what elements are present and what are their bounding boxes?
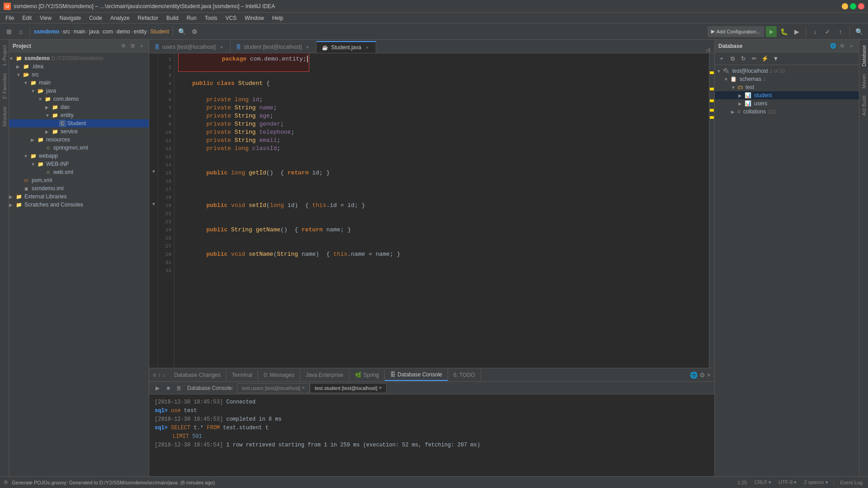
db-refresh-btn[interactable]: ↻ (738, 54, 748, 64)
tree-item-resources[interactable]: ▶ 📁 resources (9, 136, 149, 144)
bottom-tool-icon-2[interactable]: ↑ (158, 372, 160, 378)
tab-database-changes[interactable]: Database Changes (169, 369, 226, 381)
tree-item-iml[interactable]: ◼ ssmdemo.iml (9, 184, 149, 192)
db-tree-table-student[interactable]: ▶ 📊 student (715, 91, 859, 99)
tab-terminal[interactable]: Terminal (226, 369, 258, 381)
console-stop-btn[interactable]: ■ (164, 384, 173, 393)
menu-code[interactable]: Code (85, 14, 106, 22)
menu-tools[interactable]: Tools (201, 14, 221, 22)
console-run-btn[interactable]: ▶ (153, 384, 162, 393)
breadcrumb-project[interactable]: ssmdemo (34, 28, 59, 35)
side-tab-ant-build[interactable]: Ant Build (860, 92, 868, 119)
db-filter-btn[interactable]: ▼ (771, 54, 781, 64)
tab-student-java[interactable]: ☕ Student.java × (316, 41, 376, 53)
db-add-btn[interactable]: + (717, 54, 726, 64)
event-log-button[interactable]: Event Log (838, 480, 864, 485)
breadcrumb-com[interactable]: com (103, 28, 113, 35)
vcs-update-btn[interactable]: ↓ (810, 26, 821, 37)
tab-close-users[interactable]: × (218, 44, 225, 50)
tree-item-pom[interactable]: m pom.xml (9, 176, 149, 184)
toolbar-settings-btn[interactable]: ⚙ (189, 26, 200, 37)
db-copy-btn[interactable]: ⧉ (727, 54, 737, 64)
project-panel-close[interactable]: × (138, 42, 145, 50)
add-configuration-button[interactable]: ▶ Add Configuration... (708, 26, 764, 37)
maximize-button[interactable]: □ (850, 3, 856, 9)
breadcrumb-demo[interactable]: demo (117, 28, 130, 35)
bottom-panel-close-btn[interactable]: × (707, 371, 711, 379)
db-tree-schema-test[interactable]: ▼ 🗃 test (715, 83, 859, 91)
code-content[interactable]: package com.demo.entity; public class St… (175, 53, 709, 368)
tree-item-src[interactable]: ▼ 📂 src (9, 70, 149, 79)
side-tab-favorites[interactable]: 2: Favorites (1, 70, 8, 103)
close-button[interactable]: × (858, 3, 864, 9)
run-with-coverage-btn[interactable]: ▶ (791, 26, 802, 37)
session-tab-student[interactable]: test.student [test@localhost] × (310, 383, 387, 393)
tree-item-webapp[interactable]: ▼ 📁 webapp (9, 152, 149, 160)
tab-db-console[interactable]: 🗄 Database Console (385, 369, 448, 381)
db-tree-schemas[interactable]: ▼ 📋 schemas 1 (715, 75, 859, 83)
side-tab-maven[interactable]: Maven (860, 70, 868, 92)
run-button[interactable]: ▶ (766, 26, 777, 37)
gutter-arrow-15[interactable]: ▼ (149, 167, 158, 175)
session-tab-users[interactable]: test.users [test@localhost] × (237, 383, 310, 393)
tab-users[interactable]: 🗄 users [test@localhost] × (149, 41, 231, 53)
project-panel-settings[interactable]: ⊞ (129, 42, 136, 50)
tree-item-ext-libs[interactable]: ▶ 📁 External Libraries (9, 192, 149, 201)
menu-help[interactable]: Help (269, 14, 287, 22)
tab-spring[interactable]: 🌿 Spring (349, 369, 385, 381)
db-close-btn[interactable]: × (847, 42, 855, 50)
tab-todo[interactable]: 6: TODO (448, 369, 481, 381)
breadcrumb-java[interactable]: java (89, 28, 99, 35)
minimize-button[interactable]: – (842, 3, 848, 9)
vcs-commit-btn[interactable]: ✓ (822, 26, 833, 37)
tree-item-service[interactable]: ▶ 📁 service (9, 127, 149, 136)
menu-edit[interactable]: Edit (19, 14, 35, 22)
side-tab-structure[interactable]: Structure (1, 103, 8, 131)
status-position[interactable]: 1:25 (736, 480, 749, 485)
db-gear-btn[interactable]: ⚙ (838, 42, 846, 50)
tree-item-dao[interactable]: ▶ 📁 dao (9, 103, 149, 111)
global-search-btn[interactable]: 🔍 (854, 26, 864, 37)
tree-item-ssmdemo[interactable]: ▼ 📁 ssmdemo D:/Y2/SSM/ssmdemo (9, 54, 149, 62)
db-tree-table-users[interactable]: ▶ 📊 users (715, 99, 859, 108)
tree-item-scratches[interactable]: ▶ 📁 Scratches and Consoles (9, 201, 149, 209)
tab-java-enterprise[interactable]: Java Enterprise (300, 369, 349, 381)
toolbar-layout-btn[interactable]: ⊞ (4, 26, 14, 37)
db-edit-btn[interactable]: ✏ (749, 54, 759, 64)
tab-student-db[interactable]: 🗄 student [test@localhost] × (231, 41, 316, 53)
menu-view[interactable]: View (36, 14, 55, 22)
menu-refactor[interactable]: Refactor (134, 14, 162, 22)
menu-analyze[interactable]: Analyze (107, 14, 133, 22)
tree-item-springmvc[interactable]: ⚙ springmvc.xml (9, 144, 149, 152)
menu-file[interactable]: File (2, 14, 18, 22)
tree-item-com-demo[interactable]: ▼ 📁 com.demo (9, 95, 149, 103)
tab-close-student-db[interactable]: × (304, 44, 311, 50)
bottom-tool-icon-1[interactable]: ≡ (153, 372, 156, 378)
tree-item-main[interactable]: ▼ 📁 main (9, 79, 149, 87)
vcs-push-btn[interactable]: ↑ (835, 26, 846, 37)
bottom-tool-icon-3[interactable]: ↓ (162, 372, 165, 378)
menu-run[interactable]: Run (183, 14, 200, 22)
status-line-ending[interactable]: CRLF ▾ (752, 479, 773, 485)
tree-item-webxml[interactable]: ⚙ web.xml (9, 168, 149, 176)
db-query-btn[interactable]: ⚡ (760, 54, 770, 64)
status-indent[interactable]: 2 spaces ▾ (802, 479, 830, 485)
breadcrumb-entity[interactable]: entity (134, 28, 147, 35)
session-tab-users-close[interactable]: × (302, 385, 305, 390)
db-globe-btn[interactable]: 🌐 (829, 42, 837, 50)
side-tab-project[interactable]: 1: Project (1, 42, 8, 70)
menu-window[interactable]: Window (241, 14, 268, 22)
db-tree-collations[interactable]: ▶ ≡ collations 222 (715, 108, 859, 116)
tree-item-java-dir[interactable]: ▼ 📂 java (9, 87, 149, 95)
menu-vcs[interactable]: VCS (222, 14, 241, 22)
tree-item-student-class[interactable]: C Student (9, 119, 149, 127)
tab-close-student-java[interactable]: × (364, 44, 370, 51)
session-tab-student-close[interactable]: × (379, 385, 382, 390)
breadcrumb-src[interactable]: src (63, 28, 70, 35)
tree-item-idea[interactable]: ▶ 📁 .idea (9, 62, 149, 70)
bottom-panel-globe-btn[interactable]: 🌐 (690, 371, 698, 379)
code-editor[interactable]: ▼ ▼ 1 2 3 4 5 6 7 8 9 10 11 12 13 (149, 53, 714, 368)
db-tree-connection[interactable]: ▼ 🔌 test@localhost 1 of 10 (715, 67, 859, 75)
console-trash-btn[interactable]: 🗑 (175, 384, 184, 393)
bottom-panel-gear-btn[interactable]: ⚙ (699, 371, 705, 379)
